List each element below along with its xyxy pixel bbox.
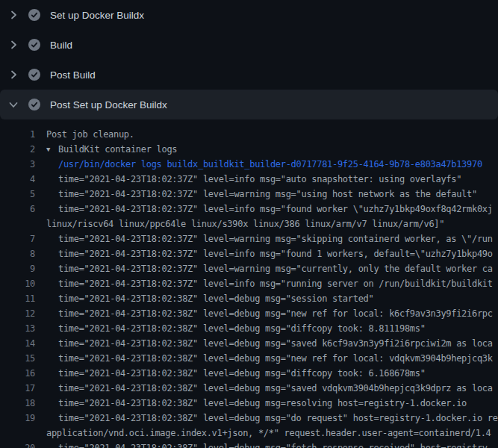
log-line: 20time="2021-04-23T18:02:38Z" level=debu…	[0, 441, 498, 448]
log-text: time="2021-04-23T18:02:38Z" level=debug …	[35, 293, 373, 304]
line-number[interactable]: 4	[0, 174, 35, 184]
log-line-wrap: application/vnd.oci.image.index.v1+json,…	[0, 426, 498, 441]
line-number[interactable]: 2	[0, 144, 35, 155]
log-text: Post job cleanup.	[35, 129, 134, 140]
log-line: 11time="2021-04-23T18:02:38Z" level=debu…	[0, 291, 498, 306]
chevron-down-icon	[7, 99, 19, 111]
line-number[interactable]: 5	[0, 189, 35, 199]
step-label: Build	[50, 40, 72, 51]
log-line: 12time="2021-04-23T18:02:38Z" level=debu…	[0, 306, 498, 321]
line-number[interactable]: 9	[0, 264, 35, 274]
log-line: 16time="2021-04-23T18:02:38Z" level=debu…	[0, 366, 498, 381]
log-text: time="2021-04-23T18:02:37Z" level=info m…	[35, 279, 493, 289]
log-line: 1Post job cleanup.	[0, 127, 498, 142]
log-text: time="2021-04-23T18:02:38Z" level=debug …	[35, 413, 498, 423]
line-number[interactable]: 15	[0, 353, 35, 364]
chevron-right-icon	[7, 39, 19, 51]
line-number[interactable]: 13	[0, 323, 35, 334]
log-line: 18time="2021-04-23T18:02:38Z" level=debu…	[0, 396, 498, 411]
log-text: time="2021-04-23T18:02:37Z" level=warnin…	[35, 264, 493, 274]
log-text: time="2021-04-23T18:02:38Z" level=debug …	[35, 383, 493, 393]
chevron-right-icon	[7, 9, 19, 21]
line-number[interactable]: 20	[0, 443, 35, 448]
step-row-post-set-up-docker-buildx[interactable]: Post Set up Docker Buildx	[0, 90, 498, 119]
line-number[interactable]: 18	[0, 398, 35, 408]
log-lines: 1Post job cleanup.2▼BuildKit container l…	[0, 119, 498, 448]
log-line: 9time="2021-04-23T18:02:37Z" level=warni…	[0, 261, 498, 276]
log-text: time="2021-04-23T18:02:38Z" level=debug …	[35, 338, 493, 349]
line-number[interactable]: 16	[0, 368, 35, 379]
log-text: linux/riscv64 linux/ppc64le linux/s390x …	[35, 219, 444, 229]
triangle-down-icon: ▼	[46, 146, 58, 153]
line-number[interactable]: 19	[0, 413, 35, 423]
log-text: time="2021-04-23T18:02:38Z" level=debug …	[35, 368, 426, 379]
check-circle-icon	[28, 39, 40, 51]
log-group-label: BuildKit container logs	[58, 144, 177, 155]
steps-list: Set up Docker BuildxBuildPost BuildPost …	[0, 0, 498, 119]
line-number[interactable]: 12	[0, 308, 35, 319]
step-row-post-build[interactable]: Post Build	[0, 60, 498, 90]
log-line: 19time="2021-04-23T18:02:38Z" level=debu…	[0, 411, 498, 426]
line-number[interactable]: 6	[0, 204, 35, 214]
check-circle-icon	[28, 9, 40, 21]
log-line: 17time="2021-04-23T18:02:38Z" level=debu…	[0, 381, 498, 396]
line-number[interactable]: 3	[0, 159, 35, 169]
step-label: Post Build	[50, 69, 96, 81]
log-text: time="2021-04-23T18:02:38Z" level=debug …	[35, 353, 493, 364]
log-text: time="2021-04-23T18:02:38Z" level=debug …	[35, 308, 493, 319]
log-text: time="2021-04-23T18:02:38Z" level=debug …	[35, 323, 426, 334]
log-line: 6time="2021-04-23T18:02:37Z" level=info …	[0, 202, 498, 217]
log-command-text: /usr/bin/docker logs buildx_buildkit_bui…	[35, 159, 482, 169]
log-text: time="2021-04-23T18:02:37Z" level=info m…	[35, 174, 461, 184]
line-number[interactable]: 10	[0, 279, 35, 289]
log-text: time="2021-04-23T18:02:37Z" level=warnin…	[35, 234, 493, 244]
log-line: 13time="2021-04-23T18:02:38Z" level=debu…	[0, 321, 498, 336]
line-number[interactable]: 1	[0, 129, 35, 140]
line-number[interactable]: 17	[0, 383, 35, 393]
log-text: time="2021-04-23T18:02:37Z" level=info m…	[35, 249, 493, 259]
log-group-toggle-row[interactable]: 2▼BuildKit container logs	[0, 142, 498, 157]
log-line: 8time="2021-04-23T18:02:37Z" level=info …	[0, 246, 498, 261]
log-line: 3/usr/bin/docker logs buildx_buildkit_bu…	[0, 157, 498, 172]
line-number[interactable]: 7	[0, 234, 35, 244]
log-text: time="2021-04-23T18:02:37Z" level=warnin…	[35, 189, 477, 199]
log-text: time="2021-04-23T18:02:38Z" level=debug …	[35, 443, 493, 448]
log-line: 7time="2021-04-23T18:02:37Z" level=warni…	[0, 231, 498, 246]
step-label: Post Set up Docker Buildx	[50, 99, 167, 111]
log-text: time="2021-04-23T18:02:38Z" level=debug …	[35, 398, 467, 408]
log-text: application/vnd.oci.image.index.v1+json,…	[35, 428, 491, 438]
chevron-right-icon	[7, 69, 19, 81]
log-line: 4time="2021-04-23T18:02:37Z" level=info …	[0, 172, 498, 187]
check-circle-icon	[28, 99, 40, 111]
log-text: time="2021-04-23T18:02:37Z" level=info m…	[35, 204, 493, 214]
log-text: ▼BuildKit container logs	[35, 144, 177, 155]
line-number[interactable]: 11	[0, 293, 35, 304]
line-number[interactable]: 8	[0, 249, 35, 259]
log-line-wrap: linux/riscv64 linux/ppc64le linux/s390x …	[0, 217, 498, 231]
log-line: 10time="2021-04-23T18:02:37Z" level=info…	[0, 276, 498, 291]
step-row-build[interactable]: Build	[0, 30, 498, 60]
check-circle-icon	[28, 69, 40, 81]
line-number[interactable]: 14	[0, 338, 35, 349]
log-line: 14time="2021-04-23T18:02:38Z" level=debu…	[0, 336, 498, 351]
log-line: 15time="2021-04-23T18:02:38Z" level=debu…	[0, 351, 498, 366]
step-row-set-up-docker-buildx[interactable]: Set up Docker Buildx	[0, 0, 498, 30]
step-label: Set up Docker Buildx	[50, 10, 144, 21]
log-line: 5time="2021-04-23T18:02:37Z" level=warni…	[0, 187, 498, 202]
